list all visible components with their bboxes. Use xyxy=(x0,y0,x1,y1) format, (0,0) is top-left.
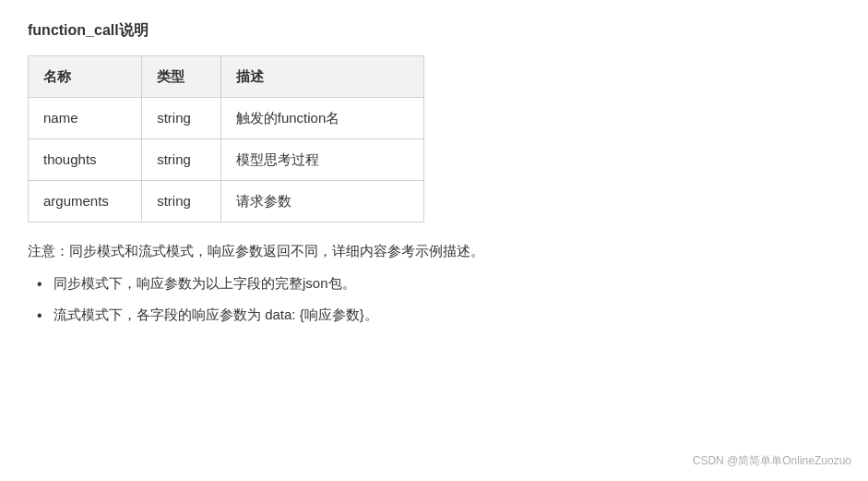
table-row: argumentsstring请求参数 xyxy=(29,180,424,222)
table-cell-name: thoughts xyxy=(29,138,142,180)
list-item: 同步模式下，响应参数为以上字段的完整json包。 xyxy=(37,271,840,295)
notice-text: 注意：同步模式和流式模式，响应参数返回不同，详细内容参考示例描述。 xyxy=(28,239,840,263)
table-cell-name: arguments xyxy=(29,180,142,222)
table-cell-name: name xyxy=(29,97,142,138)
table-cell-desc: 请求参数 xyxy=(220,180,423,222)
header-desc: 描述 xyxy=(220,55,423,97)
footer-brand: CSDN @简简单单OnlineZuozuo xyxy=(693,452,851,470)
table-cell-desc: 模型思考过程 xyxy=(220,138,423,180)
table-row: thoughtsstring模型思考过程 xyxy=(29,138,424,180)
table-cell-type: string xyxy=(142,180,221,222)
header-name: 名称 xyxy=(29,55,142,97)
table-row: namestring触发的function名 xyxy=(29,97,424,138)
function-call-table: 名称 类型 描述 namestring触发的function名thoughtss… xyxy=(28,55,840,222)
table-cell-desc: 触发的function名 xyxy=(220,97,423,138)
section-title: function_call说明 xyxy=(28,18,840,42)
table-header-row: 名称 类型 描述 xyxy=(29,55,424,97)
bullet-list: 同步模式下，响应参数为以上字段的完整json包。流式模式下，各字段的响应参数为 … xyxy=(28,271,840,326)
header-type: 类型 xyxy=(142,55,221,97)
table-cell-type: string xyxy=(142,138,221,180)
list-item: 流式模式下，各字段的响应参数为 data: {响应参数}。 xyxy=(37,303,840,327)
table-cell-type: string xyxy=(142,97,221,138)
